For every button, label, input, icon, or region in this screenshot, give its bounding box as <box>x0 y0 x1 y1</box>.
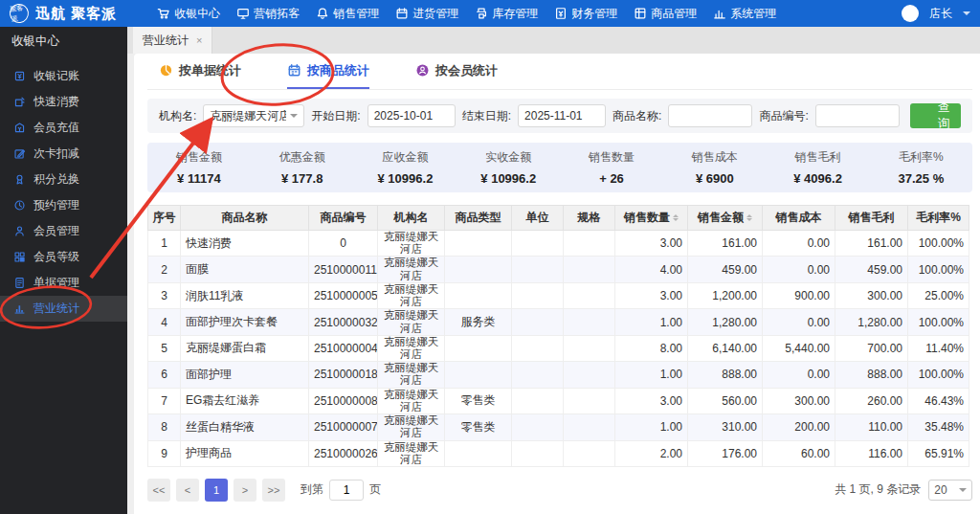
cell <box>512 335 564 361</box>
close-icon[interactable]: × <box>196 34 202 46</box>
cell: 克丽缇娜蛋白霜 <box>181 335 309 361</box>
nav-item-4[interactable]: 进货管理 <box>395 6 458 22</box>
sidebar-item-2[interactable]: 快速消费 <box>0 89 127 115</box>
page-size-select[interactable]: 20 <box>928 480 972 501</box>
end-date-label: 结束日期: <box>462 108 511 124</box>
col-header-12: 毛利率% <box>908 206 969 231</box>
theme-shirt-icon[interactable] <box>878 7 891 20</box>
end-date-input[interactable] <box>518 104 606 127</box>
product-name-input[interactable] <box>668 104 752 127</box>
col-header-8[interactable]: 销售数量 <box>615 206 688 231</box>
product-code-input[interactable] <box>815 104 900 127</box>
goto-page-input[interactable] <box>329 480 364 501</box>
cell: 丝蛋白精华液 <box>181 414 309 440</box>
search-button[interactable]: 查询 <box>910 103 962 128</box>
table-row-2[interactable]: 2面膜2510000011克丽缇娜天河店4.00459.000.00459.00… <box>148 257 969 282</box>
tab-2[interactable]: 按商品统计 <box>287 54 369 89</box>
sort-icon[interactable] <box>673 214 679 221</box>
summary-value: 37.25 % <box>899 171 945 186</box>
sidebar-item-label: 单据管理 <box>33 275 79 291</box>
user-role-label[interactable]: 店长 <box>929 6 952 22</box>
cell: 100.00% <box>908 231 969 257</box>
avatar[interactable] <box>902 5 919 22</box>
cell: 克丽缇娜天河店 <box>378 231 445 257</box>
nav-item-2[interactable]: 营销拓客 <box>236 6 300 22</box>
sidebar-item-4[interactable]: 次卡扣减 <box>0 141 127 167</box>
user-menu-chevron-down-icon[interactable] <box>963 11 970 19</box>
prev-page-button[interactable]: < <box>176 479 199 502</box>
table-row-3[interactable]: 3润肤11乳液2510000005克丽缇娜天河店3.001,200.00900.… <box>148 282 969 308</box>
cell: 1 <box>148 231 181 257</box>
stat-tabs: 按单据统计按商品统计按会员统计 <box>147 54 972 90</box>
sidebar-item-10[interactable]: 营业统计 <box>0 296 127 322</box>
goto-suffix-label: 页 <box>369 481 381 498</box>
table-row-5[interactable]: 5克丽缇娜蛋白霜2510000004克丽缇娜天河店8.006,140.005,4… <box>148 335 969 361</box>
table-row-8[interactable]: 8丝蛋白精华液2510000007克丽缇娜天河店零售类1.00310.00200… <box>148 414 969 440</box>
table-row-6[interactable]: 6面部护理2510000018克丽缇娜天河店1.00888.000.00888.… <box>148 362 969 388</box>
cell: 克丽缇娜天河店 <box>378 414 445 440</box>
cell: 260.00 <box>835 388 908 413</box>
fullscreen-icon[interactable] <box>830 7 843 20</box>
nav-item-7[interactable]: 商品管理 <box>634 6 697 22</box>
cell <box>564 231 615 257</box>
sidebar-item-9[interactable]: 单据管理 <box>0 270 127 296</box>
cell <box>445 231 512 257</box>
nav-item-1[interactable]: 收银中心 <box>157 6 220 22</box>
last-page-button[interactable]: >> <box>262 479 285 502</box>
cell: 25.00% <box>908 282 969 308</box>
col-header-9[interactable]: 销售金额 <box>688 206 763 231</box>
tab-1[interactable]: 按单据统计 <box>159 54 241 89</box>
nav-item-6[interactable]: 财务管理 <box>554 6 617 22</box>
sidebar-item-1[interactable]: 收银记账 <box>0 63 127 89</box>
tablist-chevron-down-icon[interactable] <box>965 33 978 46</box>
nav-item-5[interactable]: 库存管理 <box>475 6 538 22</box>
cell: 2510000008 <box>309 388 378 413</box>
sidebar-item-label: 营业统计 <box>33 301 79 317</box>
table-row-9[interactable]: 9护理商品2510000026克丽缇娜天河店2.00176.0060.00116… <box>148 440 969 466</box>
cell <box>512 257 564 282</box>
sidebar-menu: 收银记账快速消费会员充值次卡扣减积分兑换预约管理会员管理会员等级单据管理营业统计 <box>0 63 127 322</box>
sidebar-item-6[interactable]: 预约管理 <box>0 192 127 218</box>
summary-value: ¥ 6900 <box>696 171 734 186</box>
cell: 176.00 <box>688 440 763 466</box>
cell: 100.00% <box>908 309 969 335</box>
cell: 快速消费 <box>181 231 309 257</box>
nav-item-label: 销售管理 <box>333 6 379 22</box>
cell: 克丽缇娜天河店 <box>378 257 445 282</box>
sidebar-item-8[interactable]: 会员等级 <box>0 244 127 270</box>
sidebar-item-7[interactable]: 会员管理 <box>0 218 127 244</box>
tab-3[interactable]: 按会员统计 <box>415 54 498 89</box>
sidebar-collapse-icon[interactable] <box>104 34 118 48</box>
col-header-5: 商品类型 <box>445 206 512 231</box>
member-icon <box>415 63 430 78</box>
summary-bar: 销售金额¥ 11174优惠金额¥ 177.8应收金额¥ 10996.2实收金额¥… <box>147 143 972 192</box>
sidebar-item-5[interactable]: 积分兑换 <box>0 167 127 192</box>
table-row-4[interactable]: 4面部护理次卡套餐2510000032克丽缇娜天河店服务类1.001,280.0… <box>148 309 969 335</box>
start-date-input[interactable] <box>368 104 456 127</box>
cell: 8.00 <box>615 335 688 361</box>
cell <box>564 309 615 335</box>
cell: 35.48% <box>908 414 969 440</box>
page-1-button[interactable]: 1 <box>205 479 228 502</box>
org-select[interactable]: 克丽缇娜天河店 <box>203 104 304 127</box>
table-row-7[interactable]: 7EG霜去红滋养2510000008克丽缇娜天河店零售类3.00560.0030… <box>148 388 969 413</box>
nav-item-3[interactable]: 销售管理 <box>316 6 379 22</box>
cell <box>512 414 564 440</box>
select-caret-icon <box>959 488 967 496</box>
next-page-button[interactable]: > <box>234 479 256 502</box>
cell <box>564 335 615 361</box>
nav-item-8[interactable]: 系统管理 <box>713 6 776 22</box>
cell: 面膜 <box>181 257 309 282</box>
home-icon[interactable] <box>130 7 144 20</box>
select-caret-icon <box>290 114 298 122</box>
person-icon <box>13 225 26 237</box>
cell: 护理商品 <box>181 440 309 466</box>
first-page-button[interactable]: << <box>147 479 170 502</box>
sidebar-item-3[interactable]: 会员充值 <box>0 115 127 141</box>
sort-icon[interactable] <box>746 214 752 221</box>
doc-tab-营业统计[interactable]: 营业统计 × <box>133 27 212 54</box>
refresh-icon[interactable] <box>806 7 819 20</box>
sidebar-item-label: 会员管理 <box>33 223 79 239</box>
table-row-1[interactable]: 1快速消费0克丽缇娜天河店3.00161.000.00161.00100.00% <box>148 231 969 257</box>
apps-icon[interactable] <box>854 7 867 20</box>
